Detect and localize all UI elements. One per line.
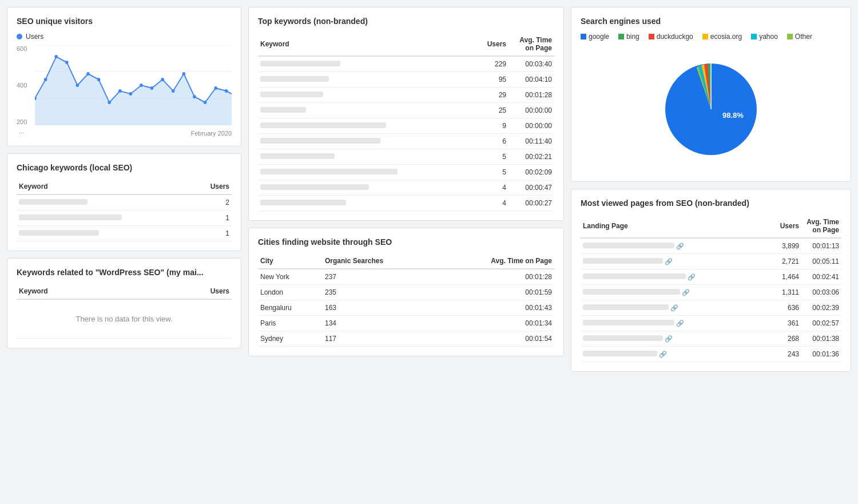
svg-point-17 xyxy=(161,78,164,81)
most-viewed-pages-title: Most viewed pages from SEO (non-branded) xyxy=(581,199,841,208)
legend-label: Users xyxy=(26,33,43,41)
time-cell: 00:05:11 xyxy=(801,254,841,269)
x-label: February 2020 xyxy=(190,130,232,137)
page-cell: 🔗 xyxy=(581,300,764,316)
users-cell: 1,464 xyxy=(764,269,801,285)
middle-column: Top keywords (non-branded) Keyword Users… xyxy=(248,7,564,372)
time-cell: 00:01:28 xyxy=(436,269,554,285)
svg-point-22 xyxy=(214,86,217,90)
legend-bing: bing xyxy=(618,33,639,41)
city-cell: Bengaluru xyxy=(258,300,323,316)
right-column: Search engines used google bing duckduck… xyxy=(571,7,851,372)
y-label-600: 600 xyxy=(17,45,35,52)
svg-point-11 xyxy=(97,78,101,81)
google-label: google xyxy=(589,33,609,41)
page-cell: 🔗 xyxy=(581,347,764,362)
seo-visitors-card: SEO unique visitors Users 600 400 200 xyxy=(7,7,241,146)
svg-text:98.8%: 98.8% xyxy=(722,111,744,120)
table-row: 1 xyxy=(17,226,232,241)
seo-visitors-title: SEO unique visitors xyxy=(17,17,232,26)
svg-point-8 xyxy=(65,61,69,64)
col-users: Users xyxy=(472,33,509,56)
table-row: 95 00:04:10 xyxy=(258,72,554,88)
svg-point-14 xyxy=(129,92,133,96)
time-cell: 00:02:39 xyxy=(801,300,841,316)
search-engines-legend: google bing duckduckgo ecosia.org yahoo xyxy=(581,33,841,41)
svg-point-23 xyxy=(225,89,228,93)
time-cell: 00:01:54 xyxy=(436,331,554,347)
svg-point-20 xyxy=(193,95,196,98)
table-row: 🔗 243 00:01:36 xyxy=(581,347,841,362)
keyword-cell xyxy=(17,195,193,211)
table-row: 5 00:02:09 xyxy=(258,165,554,180)
table-row: 4 00:00:47 xyxy=(258,180,554,196)
line-chart: 600 400 200 xyxy=(17,45,232,137)
svg-point-12 xyxy=(108,101,111,104)
cities-table: City Organic Searches Avg. Time on Page … xyxy=(258,253,554,347)
col-users: Users xyxy=(193,179,232,195)
external-link-icon: 🔗 xyxy=(665,258,673,265)
col-keyword: Keyword xyxy=(17,179,193,195)
chicago-keywords-title: Chicago keywords (local SEO) xyxy=(17,163,232,172)
related-keywords-table: Keyword Users There is no data for this … xyxy=(17,284,232,339)
external-link-icon: 🔗 xyxy=(665,335,673,342)
col-keyword: Keyword xyxy=(258,33,472,56)
keyword-cell xyxy=(17,211,193,226)
time-cell: 00:01:13 xyxy=(801,238,841,254)
cities-card: Cities finding website through SEO City … xyxy=(248,228,564,356)
col-users: Users xyxy=(143,284,232,299)
yahoo-color xyxy=(751,34,757,39)
page-cell: 🔗 xyxy=(581,316,764,331)
users-cell: 3,899 xyxy=(764,238,801,254)
most-viewed-pages-card: Most viewed pages from SEO (non-branded)… xyxy=(571,189,851,372)
table-row: 🔗 636 00:02:39 xyxy=(581,300,841,316)
top-keywords-title: Top keywords (non-branded) xyxy=(258,17,554,26)
time-cell: 00:01:34 xyxy=(436,316,554,331)
searches-cell: 117 xyxy=(323,331,436,347)
users-cell: 2 xyxy=(193,195,232,211)
table-row: 9 00:00:00 xyxy=(258,118,554,134)
table-row: 229 00:03:40 xyxy=(258,56,554,72)
page-cell: 🔗 xyxy=(581,238,764,254)
city-cell: Paris xyxy=(258,316,323,331)
users-cell: 636 xyxy=(764,300,801,316)
chart-legend: Users xyxy=(17,33,232,41)
other-label: Other xyxy=(795,33,812,41)
users-cell: 1,311 xyxy=(764,285,801,300)
search-engines-card: Search engines used google bing duckduck… xyxy=(571,7,851,182)
y-axis-labels: 600 400 200 xyxy=(17,45,35,125)
most-viewed-pages-table: Landing Page Users Avg. Time on Page 🔗 3… xyxy=(581,215,841,362)
svg-point-13 xyxy=(118,89,122,93)
table-row: Bengaluru 163 00:01:43 xyxy=(258,300,554,316)
col-users: Users xyxy=(764,215,801,238)
top-keywords-table: Keyword Users Avg. Time on Page 229 00:0… xyxy=(258,33,554,211)
city-cell: New York xyxy=(258,269,323,285)
table-row: 5 00:02:21 xyxy=(258,149,554,165)
col-city: City xyxy=(258,253,323,269)
time-cell: 00:01:38 xyxy=(801,331,841,347)
external-link-icon: 🔗 xyxy=(676,320,684,327)
time-cell: 00:02:57 xyxy=(801,316,841,331)
table-row: 🔗 361 00:02:57 xyxy=(581,316,841,331)
time-cell: 00:01:59 xyxy=(436,285,554,300)
related-keywords-card: Keywords related to "WordPress SEO" (my … xyxy=(7,258,241,348)
svg-point-7 xyxy=(54,55,58,58)
table-row: 🔗 1,464 00:02:41 xyxy=(581,269,841,285)
legend-other: Other xyxy=(787,33,812,41)
pie-chart-container: 98.8% xyxy=(581,46,841,172)
col-landing-page: Landing Page xyxy=(581,215,764,238)
chicago-keywords-table: Keyword Users 2 1 1 xyxy=(17,179,232,241)
svg-point-19 xyxy=(182,72,186,76)
external-link-icon: 🔗 xyxy=(670,304,678,311)
chart-svg-area xyxy=(35,45,232,125)
users-cell: 243 xyxy=(764,347,801,362)
svg-point-6 xyxy=(44,78,47,81)
dashboard: SEO unique visitors Users 600 400 200 xyxy=(7,7,851,372)
related-keywords-title: Keywords related to "WordPress SEO" (my … xyxy=(17,268,232,277)
external-link-icon: 🔗 xyxy=(676,243,684,249)
table-row: Sydney 117 00:01:54 xyxy=(258,331,554,347)
table-row: 🔗 1,311 00:03:06 xyxy=(581,285,841,300)
other-color xyxy=(787,34,793,39)
searches-cell: 237 xyxy=(323,269,436,285)
table-row: London 235 00:01:59 xyxy=(258,285,554,300)
